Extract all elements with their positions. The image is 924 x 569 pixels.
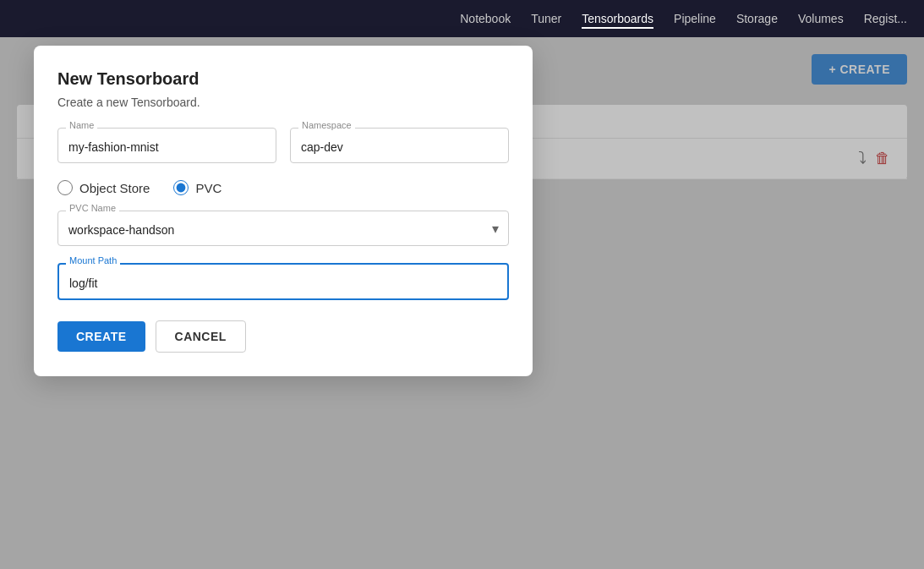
nav-tensorboards[interactable]: Tensorboards: [582, 8, 653, 29]
namespace-label: Namespace: [298, 120, 355, 130]
pvc-name-select[interactable]: workspace-handson: [57, 211, 509, 246]
modal-buttons: CREATE CANCEL: [57, 320, 509, 353]
modal-overlay: New Tensorboard Create a new Tensorboard…: [0, 37, 924, 569]
storage-type-radio-group: Object Store PVC: [57, 180, 509, 195]
modal-subtitle: Create a new Tensorboard.: [57, 96, 509, 109]
nav-tuner[interactable]: Tuner: [531, 8, 561, 29]
name-namespace-row: Name Namespace: [57, 128, 509, 163]
name-label: Name: [66, 120, 97, 130]
nav-volumes[interactable]: Volumes: [798, 8, 844, 29]
pvc-label: PVC: [195, 181, 221, 195]
navbar: Notebook Tuner Tensorboards Pipeline Sto…: [0, 0, 924, 37]
mount-path-group: Mount Path: [57, 263, 509, 300]
object-store-label: Object Store: [79, 181, 150, 195]
nav-notebook[interactable]: Notebook: [460, 8, 511, 29]
nav-storage[interactable]: Storage: [736, 8, 778, 29]
nav-pipeline[interactable]: Pipeline: [674, 8, 716, 29]
name-input[interactable]: [57, 128, 276, 163]
pvc-name-wrapper: PVC Name workspace-handson ▾: [57, 211, 509, 246]
mount-path-label: Mount Path: [66, 255, 120, 265]
main-area: + CREATE Logpath Created At pvc://worksp…: [0, 37, 924, 569]
object-store-radio-label[interactable]: Object Store: [57, 180, 150, 195]
pvc-radio[interactable]: [173, 180, 189, 195]
modal-create-button[interactable]: CREATE: [57, 321, 145, 352]
modal-title: New Tensorboard: [57, 69, 509, 89]
mount-path-input[interactable]: [57, 263, 509, 300]
new-tensorboard-modal: New Tensorboard Create a new Tensorboard…: [34, 46, 533, 376]
pvc-radio-label[interactable]: PVC: [173, 180, 221, 195]
name-field-group: Name: [57, 128, 276, 163]
nav-registry[interactable]: Regist...: [864, 8, 907, 29]
namespace-input[interactable]: [290, 128, 509, 163]
pvc-name-label: PVC Name: [66, 203, 119, 213]
modal-cancel-button[interactable]: CANCEL: [156, 320, 246, 353]
object-store-radio[interactable]: [57, 180, 73, 195]
namespace-field-group: Namespace: [290, 128, 509, 163]
